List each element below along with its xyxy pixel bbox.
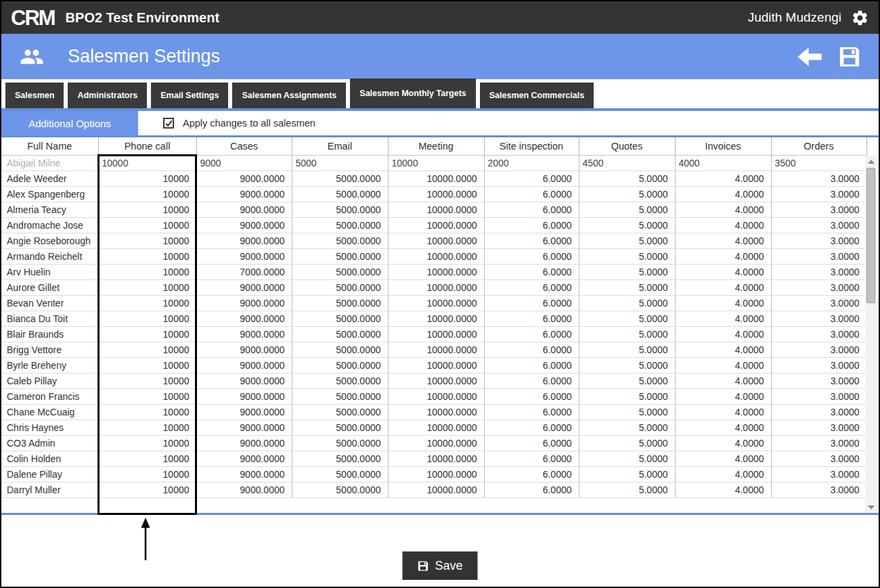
cell-full-name[interactable]: Brigg Vettore [1, 342, 98, 357]
cell-full-name[interactable]: Darryl Muller [1, 482, 98, 497]
cell-invoices[interactable]: 4.0000 [675, 482, 771, 497]
cell-site-inspection[interactable]: 6.0000 [484, 482, 579, 497]
cell-meeting[interactable]: 10000.0000 [388, 388, 484, 404]
cell-full-name[interactable]: Aurore Gillet [1, 279, 98, 295]
cell-full-name[interactable]: Dalene Pillay [1, 466, 98, 482]
cell-cases[interactable]: 9000.0000 [196, 435, 292, 451]
cell-cases[interactable]: 9000.0000 [196, 186, 292, 202]
scrollbar-thumb[interactable] [866, 168, 875, 303]
cell-full-name[interactable]: Alex Spangenberg [1, 186, 98, 202]
cell-meeting[interactable]: 10000.0000 [388, 435, 484, 451]
cell-invoices[interactable]: 4000 [675, 155, 771, 171]
cell-email[interactable]: 5000.0000 [292, 248, 388, 264]
cell-full-name[interactable]: Armando Reichelt [1, 248, 98, 264]
tab-salesmen-monthly-targets[interactable]: Salesmen Monthly Targets [350, 78, 475, 108]
cell-cases[interactable]: 9000.0000 [196, 451, 292, 466]
cell-site-inspection[interactable]: 6.0000 [484, 202, 579, 217]
cell-meeting[interactable]: 10000.0000 [388, 264, 484, 279]
cell-full-name[interactable]: CO3 Admin [1, 435, 98, 451]
cell-phone-call[interactable]: 10000 [98, 482, 196, 497]
cell-email[interactable]: 5000.0000 [292, 404, 388, 420]
column-header-phone-call[interactable]: Phone call [98, 137, 196, 155]
cell-full-name[interactable]: Blair Braunds [1, 326, 98, 342]
cell-invoices[interactable]: 4.0000 [675, 466, 771, 482]
scrollbar-down-icon[interactable] [865, 501, 877, 513]
cell-email[interactable]: 5000.0000 [292, 311, 388, 326]
cell-meeting[interactable]: 10000.0000 [388, 482, 484, 497]
cell-meeting[interactable]: 10000.0000 [388, 295, 484, 311]
cell-email[interactable]: 5000.0000 [292, 233, 388, 248]
additional-options-tab[interactable]: Additional Options [1, 111, 138, 135]
cell-email[interactable]: 5000.0000 [292, 171, 388, 186]
cell-site-inspection[interactable]: 2000 [484, 155, 579, 171]
cell-orders[interactable]: 3.0000 [771, 404, 866, 420]
cell-site-inspection[interactable]: 6.0000 [484, 435, 579, 451]
cell-meeting[interactable]: 10000.0000 [388, 326, 484, 342]
cell-phone-call[interactable]: 10000 [98, 435, 196, 451]
save-button[interactable]: Save [402, 551, 477, 580]
cell-cases[interactable]: 9000.0000 [196, 311, 292, 326]
back-arrow-icon[interactable] [796, 47, 823, 67]
column-header-invoices[interactable]: Invoices [675, 137, 771, 155]
cell-invoices[interactable]: 4.0000 [675, 311, 771, 326]
cell-orders[interactable]: 3.0000 [771, 233, 866, 248]
cell-phone-call[interactable]: 10000 [98, 420, 196, 435]
cell-meeting[interactable]: 10000.0000 [388, 404, 484, 420]
cell-phone-call[interactable]: 10000 [98, 295, 196, 311]
cell-email[interactable]: 5000.0000 [292, 388, 388, 404]
cell-orders[interactable]: 3.0000 [771, 202, 866, 217]
cell-site-inspection[interactable]: 6.0000 [484, 357, 579, 373]
cell-cases[interactable]: 9000.0000 [196, 295, 292, 311]
cell-orders[interactable]: 3.0000 [771, 373, 866, 388]
cell-site-inspection[interactable]: 6.0000 [484, 217, 579, 233]
cell-invoices[interactable]: 4.0000 [675, 388, 771, 404]
cell-orders[interactable]: 3.0000 [771, 311, 866, 326]
cell-quotes[interactable]: 5.0000 [579, 342, 675, 357]
cell-invoices[interactable]: 4.0000 [675, 202, 771, 217]
cell-cases[interactable]: 9000.0000 [196, 217, 292, 233]
cell-email[interactable]: 5000.0000 [292, 435, 388, 451]
cell-orders[interactable]: 3.0000 [771, 435, 866, 451]
cell-quotes[interactable]: 5.0000 [579, 357, 675, 373]
cell-meeting[interactable]: 10000.0000 [388, 311, 484, 326]
cell-cases[interactable]: 9000.0000 [196, 233, 292, 248]
cell-phone-call[interactable]: 10000 [98, 264, 196, 279]
cell-site-inspection[interactable]: 6.0000 [484, 451, 579, 466]
cell-quotes[interactable]: 5.0000 [579, 279, 675, 295]
cell-invoices[interactable]: 4.0000 [675, 217, 771, 233]
cell-full-name[interactable]: Caleb Pillay [1, 373, 98, 388]
cell-email[interactable]: 5000.0000 [292, 326, 388, 342]
cell-meeting[interactable]: 10000.0000 [388, 342, 484, 357]
cell-site-inspection[interactable]: 6.0000 [484, 248, 579, 264]
cell-invoices[interactable]: 4.0000 [675, 233, 771, 248]
cell-site-inspection[interactable]: 6.0000 [484, 295, 579, 311]
cell-phone-call[interactable]: 10000 [98, 233, 196, 248]
cell-site-inspection[interactable]: 6.0000 [484, 311, 579, 326]
cell-cases[interactable]: 9000.0000 [196, 279, 292, 295]
cell-quotes[interactable]: 5.0000 [579, 217, 675, 233]
cell-site-inspection[interactable]: 6.0000 [484, 466, 579, 482]
cell-full-name[interactable]: Chane McCuaig [1, 404, 98, 420]
cell-quotes[interactable]: 5.0000 [579, 466, 675, 482]
cell-invoices[interactable]: 4.0000 [675, 295, 771, 311]
cell-full-name[interactable]: Bianca Du Toit [1, 311, 98, 326]
cell-invoices[interactable]: 4.0000 [675, 451, 771, 466]
cell-email[interactable]: 5000.0000 [292, 202, 388, 217]
cell-phone-call[interactable]: 10000 [98, 404, 196, 420]
tab-email-settings[interactable]: Email Settings [151, 83, 228, 108]
cell-quotes[interactable]: 5.0000 [579, 435, 675, 451]
cell-orders[interactable]: 3.0000 [771, 264, 866, 279]
cell-email[interactable]: 5000.0000 [292, 466, 388, 482]
cell-quotes[interactable]: 5.0000 [579, 171, 675, 186]
cell-orders[interactable]: 3.0000 [771, 420, 866, 435]
cell-meeting[interactable]: 10000.0000 [388, 202, 484, 217]
cell-email[interactable]: 5000.0000 [292, 279, 388, 295]
cell-site-inspection[interactable]: 6.0000 [484, 420, 579, 435]
cell-cases[interactable]: 9000.0000 [196, 388, 292, 404]
cell-cases[interactable]: 9000.0000 [196, 373, 292, 388]
cell-meeting[interactable]: 10000.0000 [388, 373, 484, 388]
cell-quotes[interactable]: 5.0000 [579, 264, 675, 279]
cell-cases[interactable]: 9000.0000 [196, 404, 292, 420]
cell-orders[interactable]: 3.0000 [771, 451, 866, 466]
cell-phone-call[interactable]: 10000 [98, 248, 196, 264]
